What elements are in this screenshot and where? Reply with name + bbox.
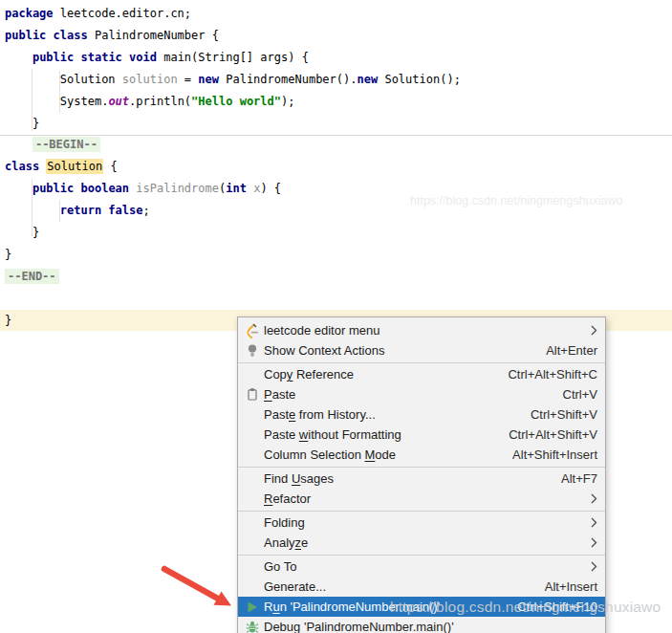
menu-item-show-context-actions[interactable]: Show Context ActionsAlt+Enter	[238, 340, 605, 360]
menu-item-leetcode-editor-menu[interactable]: leetcode editor menu	[238, 320, 605, 340]
code-line[interactable]: --BEGIN--	[5, 134, 100, 156]
menu-item-label: Generate...	[264, 579, 326, 594]
menu-item-label: Paste from History...	[264, 407, 376, 422]
run-icon	[243, 600, 261, 615]
menu-item-debug-palindromenumber-main[interactable]: Debug 'PalindromeNumber.main()'	[238, 617, 605, 633]
menu-separator	[238, 511, 605, 512]
menu-item-shortcut: Ctrl+Shift+F10	[494, 600, 597, 614]
menu-item-label: Paste without Formatting	[264, 427, 401, 442]
menu-item-paste-without-formatting[interactable]: Paste without FormattingCtrl+Alt+Shift+V	[238, 425, 605, 445]
menu-item-label: Debug 'PalindromeNumber.main()'	[264, 620, 454, 633]
menu-separator	[238, 362, 605, 363]
no-icon	[243, 471, 261, 487]
menu-item-label: Find Usages	[264, 471, 334, 486]
menu-separator	[238, 555, 605, 556]
menu-separator	[238, 467, 605, 468]
leetcode-icon	[243, 323, 261, 338]
code-token: ;	[143, 204, 150, 217]
menu-item-shortcut: Alt+F7	[538, 471, 597, 486]
menu-item-folding[interactable]: Folding	[238, 513, 605, 533]
code-token: solution	[122, 73, 178, 86]
menu-item-column-selection-mode[interactable]: Column Selection ModeAlt+Shift+Insert	[238, 445, 605, 465]
code-token: ) {	[260, 182, 281, 195]
menu-item-shortcut: Ctrl+Alt+Shift+V	[486, 427, 597, 442]
menu-item-analyze[interactable]: Analyze	[238, 533, 605, 553]
code-token: Solution();	[378, 73, 461, 86]
code-token: leetcode.editor.cn;	[54, 7, 192, 20]
code-token: package	[5, 7, 54, 20]
menu-item-label: Show Context Actions	[264, 343, 384, 358]
code-token: System.	[5, 95, 108, 108]
code-token: int	[226, 182, 247, 195]
code-token: }	[5, 117, 39, 130]
code-line[interactable]: }	[5, 310, 11, 332]
menu-item-shortcut: Ctrl+Alt+Shift+C	[485, 367, 597, 382]
no-icon	[243, 367, 261, 382]
code-token: {	[103, 160, 117, 173]
menu-item-label: leetcode editor menu	[264, 323, 379, 338]
menu-item-copy-reference[interactable]: Copy ReferenceCtrl+Alt+Shift+C	[238, 364, 605, 384]
menu-item-label: Column Selection Mode	[264, 447, 396, 462]
code-line[interactable]: class Solution {	[5, 156, 118, 178]
code-token: isPalindrome	[136, 182, 219, 195]
debug-icon	[243, 620, 261, 633]
code-token: new	[198, 73, 219, 86]
no-icon	[243, 535, 261, 551]
code-line[interactable]: }	[5, 244, 11, 266]
code-token: }	[5, 248, 11, 261]
code-token: =	[178, 73, 199, 86]
code-token: }	[5, 226, 39, 239]
menu-item-refactor[interactable]: Refactor	[238, 489, 605, 509]
submenu-chevron-icon	[591, 517, 597, 528]
menu-item-paste-from-history[interactable]: Paste from History...Ctrl+Shift+V	[238, 404, 605, 425]
code-token: --END--	[5, 269, 59, 284]
menu-item-go-to[interactable]: Go To	[238, 557, 605, 577]
no-icon	[243, 515, 261, 531]
code-token: );	[281, 95, 294, 108]
code-token: }	[5, 314, 11, 327]
code-token: return false	[60, 204, 143, 217]
code-line[interactable]: }	[5, 222, 39, 244]
ide-editor-screen: package leetcode.editor.cn;public class …	[0, 0, 672, 633]
code-token: Solution	[5, 73, 122, 86]
menu-item-generate[interactable]: Generate...Alt+Insert	[238, 577, 605, 597]
code-token: class	[5, 160, 39, 173]
paste-icon	[243, 387, 261, 403]
no-icon	[243, 559, 261, 575]
menu-item-label: Refactor	[264, 491, 311, 506]
code-line[interactable]: --END--	[5, 266, 59, 288]
menu-item-paste[interactable]: PasteCtrl+V	[238, 384, 605, 404]
code-line[interactable]: Solution solution = new PalindromeNumber…	[5, 69, 461, 91]
code-line[interactable]: System.out.println("Hello world");	[5, 91, 294, 113]
code-token: new	[358, 73, 379, 86]
code-token: main(String[] args) {	[157, 51, 309, 64]
submenu-chevron-icon	[591, 537, 597, 548]
menu-item-shortcut: Alt+Shift+Insert	[489, 447, 597, 462]
code-token: public boolean	[33, 182, 129, 195]
code-token	[5, 51, 33, 64]
code-token: out	[108, 95, 129, 108]
code-token: public class	[5, 29, 88, 42]
no-icon	[243, 427, 261, 443]
code-line[interactable]: public static void main(String[] args) {	[5, 47, 309, 69]
menu-item-run-palindromenumber-main[interactable]: Run 'PalindromeNumber.main()'Ctrl+Shift+…	[238, 597, 605, 617]
code-token: PalindromeNumber().	[219, 73, 358, 86]
code-line[interactable]: public class PalindromeNumber {	[5, 25, 219, 47]
code-line[interactable]: }	[5, 113, 39, 135]
submenu-chevron-icon	[591, 325, 597, 336]
code-token: "Hello world"	[191, 95, 281, 108]
code-line[interactable]: public boolean isPalindrome(int x) {	[5, 178, 281, 200]
menu-item-label: Copy Reference	[264, 367, 354, 382]
no-icon	[243, 407, 261, 423]
no-icon	[243, 579, 261, 595]
menu-item-find-usages[interactable]: Find UsagesAlt+F7	[238, 469, 605, 489]
code-line[interactable]: package leetcode.editor.cn;	[5, 3, 191, 25]
code-token: --BEGIN--	[33, 137, 100, 152]
menu-item-label: Analyze	[264, 535, 308, 550]
code-token: Solution	[46, 159, 103, 174]
code-line[interactable]: return false;	[5, 200, 150, 222]
menu-item-label: Run 'PalindromeNumber.main()'	[264, 600, 440, 614]
code-token	[5, 204, 60, 217]
menu-item-shortcut: Ctrl+Shift+V	[508, 407, 597, 422]
menu-item-shortcut: Alt+Enter	[523, 343, 597, 358]
